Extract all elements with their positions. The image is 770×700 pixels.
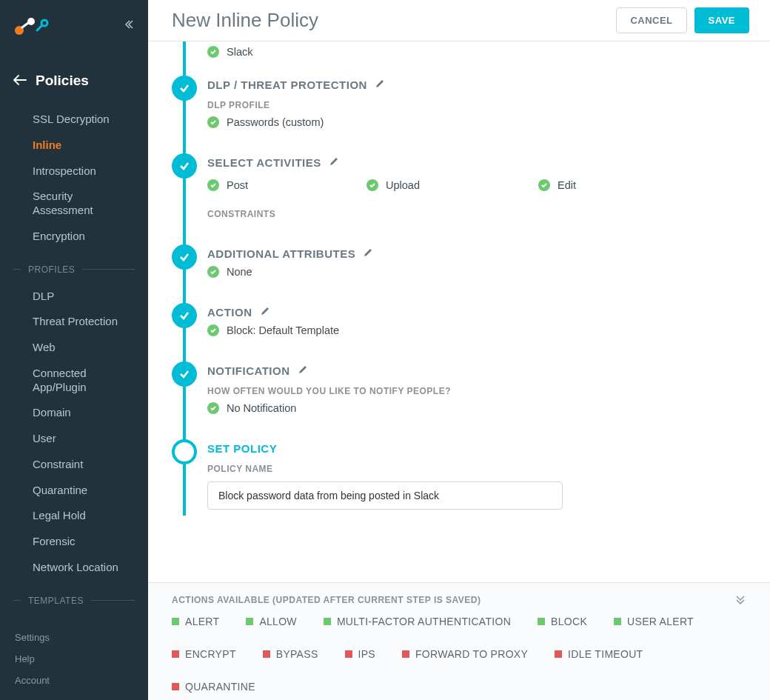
sidebar-title: Policies <box>36 73 89 89</box>
status-available-swatch <box>246 618 253 625</box>
step-dlp-title: DLP / THREAT PROTECTION <box>207 79 746 91</box>
nav-item-ssl-decryption[interactable]: SSL Decryption <box>0 107 148 133</box>
page-title: New Inline Policy <box>172 9 318 32</box>
step-notification-title-text: NOTIFICATION <box>207 364 290 377</box>
sidebar-top <box>0 0 148 52</box>
action-tag: ALLOW <box>246 616 297 627</box>
nav-policies: SSL Decryption Inline Introspection Secu… <box>0 102 148 254</box>
nav-item-inline[interactable]: Inline <box>0 133 148 159</box>
main: New Inline Policy CANCEL SAVE Slack D <box>148 0 770 700</box>
action-tag-label: BLOCK <box>551 616 587 627</box>
section-profiles-divider: PROFILES <box>0 254 148 279</box>
step-notification-value-row: No Notification <box>207 402 746 414</box>
edit-icon[interactable] <box>375 79 385 91</box>
topbar-actions: CANCEL SAVE <box>616 7 749 33</box>
step-marker-complete <box>172 361 197 387</box>
sidebar-header: Policies <box>0 52 148 102</box>
status-unavailable-swatch <box>172 683 179 690</box>
nav-item-threat-protection[interactable]: Threat Protection <box>0 309 148 335</box>
footer-help[interactable]: Help <box>15 648 133 670</box>
step-set-policy-title-text: SET POLICY <box>207 442 277 455</box>
step-activities-title-text: SELECT ACTIVITIES <box>207 156 321 169</box>
step-attributes-title-text: ADDITIONAL ATTRIBUTES <box>207 247 355 260</box>
status-unavailable-swatch <box>263 650 270 658</box>
step-attributes-title: ADDITIONAL ATTRIBUTES <box>207 247 746 260</box>
step-marker-complete <box>172 76 197 101</box>
action-tag: MULTI-FACTOR AUTHENTICATION <box>324 616 511 627</box>
nav-item-introspection[interactable]: Introspection <box>0 159 148 184</box>
step-action-value-row: Block: Default Template <box>207 324 746 336</box>
status-available-swatch <box>538 618 545 625</box>
edit-icon[interactable] <box>298 364 308 377</box>
status-available-swatch <box>324 618 331 625</box>
step-notification: NOTIFICATION HOW OFTEN WOULD YOU LIKE TO… <box>207 357 746 435</box>
nav-item-encryption[interactable]: Encryption <box>0 224 148 250</box>
action-tag: FORWARD TO PROXY <box>402 648 528 660</box>
step-marker-complete <box>172 303 197 328</box>
cancel-button[interactable]: CANCEL <box>616 7 686 33</box>
status-available-swatch <box>614 618 621 625</box>
svg-point-2 <box>41 20 47 26</box>
activity-chip: Post <box>207 179 248 191</box>
nav-item-forensic[interactable]: Forensic <box>0 529 148 555</box>
edit-icon[interactable] <box>363 247 373 260</box>
action-tag: ENCRYPT <box>172 648 236 660</box>
status-unavailable-swatch <box>345 650 352 658</box>
action-tag-label: ALLOW <box>259 616 297 627</box>
action-tag-label: QUARANTINE <box>185 681 255 693</box>
svg-point-1 <box>27 18 35 25</box>
activity-chip: Upload <box>366 179 420 191</box>
nav-item-network-location[interactable]: Network Location <box>0 555 148 581</box>
activity-chip: Edit <box>538 179 576 191</box>
check-icon <box>207 266 219 278</box>
action-tag: IPS <box>345 648 375 660</box>
actions-available-panel: ACTIONS AVAILABLE (UPDATED AFTER CURRENT… <box>148 582 770 700</box>
check-icon <box>207 116 219 128</box>
footer-account[interactable]: Account <box>15 670 133 691</box>
action-tag-label: MULTI-FACTOR AUTHENTICATION <box>337 616 511 627</box>
step-dlp-value: Passwords (custom) <box>227 116 324 128</box>
action-tag: BLOCK <box>538 616 587 627</box>
nav-item-legal-hold[interactable]: Legal Hold <box>0 503 148 529</box>
steps-wrap: Slack DLP / THREAT PROTECTION DLP PROFIL… <box>172 46 746 582</box>
edit-icon[interactable] <box>260 306 270 319</box>
step-marker-current <box>172 439 197 464</box>
step-dlp-value-row: Passwords (custom) <box>207 116 746 128</box>
activity-label: Upload <box>386 179 420 191</box>
nav-item-quarantine[interactable]: Quarantine <box>0 478 148 504</box>
step-action-title-text: ACTION <box>207 306 252 319</box>
sidebar-collapse-icon[interactable] <box>123 19 135 33</box>
nav-item-domain[interactable]: Domain <box>0 400 148 426</box>
save-button[interactable]: SAVE <box>694 7 749 33</box>
step-activities: SELECT ACTIVITIES Post Upload <box>207 149 746 240</box>
nav-item-constraint[interactable]: Constraint <box>0 452 148 478</box>
nav-item-connected-app-plugin[interactable]: Connected App/Plugin <box>0 361 148 401</box>
action-tag: ALERT <box>172 616 219 627</box>
activity-label: Edit <box>558 179 576 191</box>
policy-name-input[interactable] <box>207 481 563 510</box>
action-tag-label: IDLE TIMEOUT <box>568 648 643 660</box>
step-notification-sublabel: HOW OFTEN WOULD YOU LIKE TO NOTIFY PEOPL… <box>207 386 746 396</box>
step-dlp-title-text: DLP / THREAT PROTECTION <box>207 79 367 91</box>
action-tag: QUARANTINE <box>172 681 255 693</box>
back-arrow-icon[interactable] <box>13 73 27 89</box>
section-profiles-label: PROFILES <box>28 264 75 275</box>
step-attributes-value-row: None <box>207 266 746 278</box>
topbar: New Inline Policy CANCEL SAVE <box>148 0 770 41</box>
check-icon <box>538 179 550 191</box>
action-tag-label: ALERT <box>185 616 219 627</box>
status-unavailable-swatch <box>172 650 179 658</box>
chevron-down-double-icon[interactable] <box>734 593 746 608</box>
nav-item-security-assessment[interactable]: Security Assessment <box>0 184 148 224</box>
nav-item-user[interactable]: User <box>0 426 148 452</box>
prev-step-value: Slack <box>207 46 746 58</box>
section-templates-divider: TEMPLATES <box>0 585 148 610</box>
check-icon <box>366 179 378 191</box>
nav-item-web[interactable]: Web <box>0 335 148 361</box>
brand-logo <box>13 16 50 36</box>
action-tag: IDLE TIMEOUT <box>555 648 643 660</box>
edit-icon[interactable] <box>329 156 339 169</box>
step-dlp: DLP / THREAT PROTECTION DLP PROFILE Pass… <box>207 71 746 149</box>
footer-settings[interactable]: Settings <box>15 627 133 648</box>
nav-item-dlp[interactable]: DLP <box>0 284 148 310</box>
